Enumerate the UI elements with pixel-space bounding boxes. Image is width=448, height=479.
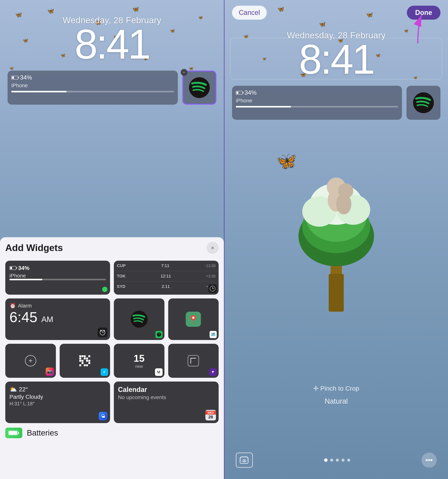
qr-icon xyxy=(79,355,90,366)
widget-row-4: ⛅ 22° Partly Cloudy H:31° L:18° 🌤 Calend… xyxy=(5,382,219,423)
widget-alarm-sheet[interactable]: ⏰ Alarm 6:45 AM xyxy=(5,299,110,340)
remove-badge[interactable]: − xyxy=(181,69,187,76)
alarm-app-icon xyxy=(98,327,107,337)
more-button[interactable]: ••• xyxy=(422,452,437,468)
add-widgets-sheet: Add Widgets × 34% iPhone xyxy=(0,237,224,479)
sheet-title: Add Widgets xyxy=(5,242,63,253)
batteries-row: Batteries xyxy=(5,428,219,438)
widget-weather-sheet[interactable]: ⛅ 22° Partly Cloudy H:31° L:18° 🌤 xyxy=(5,382,110,423)
battery-lbl-sheet: iPhone xyxy=(9,273,106,279)
scan-icon xyxy=(188,355,199,366)
widget-clock-sheet[interactable]: CUP 7:11 -13:30 TOK 12:11 +3:30 SYD 2:11… xyxy=(114,261,219,295)
battery-bar-left xyxy=(11,91,174,92)
alarm-title-sheet: Alarm xyxy=(18,303,32,309)
battery-icon-right xyxy=(236,91,243,95)
svg-rect-16 xyxy=(9,431,17,435)
phonepe-badge: ₱ xyxy=(209,368,217,376)
right-panel: 🦋 🦋 🦋 🦋 🦋 🦋 🦋 🦋 🦋 🦋 🦋 Cancel Done Wednes… xyxy=(224,0,448,479)
battery-widget-right[interactable]: 34% iPhone xyxy=(232,86,402,120)
spotify-badge xyxy=(155,331,163,338)
battery-bar-right xyxy=(236,106,398,107)
maps-badge: 🗺️ xyxy=(210,331,217,338)
sheet-header: Add Widgets × xyxy=(5,242,219,254)
dot-3 xyxy=(336,459,339,462)
clock-app-icon xyxy=(208,285,217,293)
widget-spotify-small-sheet[interactable] xyxy=(114,299,165,340)
widget-battery-sheet[interactable]: 34% iPhone xyxy=(5,261,110,295)
weather-condition: Partly Cloudy xyxy=(9,394,106,400)
right-bottom-bar: ••• xyxy=(224,452,448,468)
spotify-widget-wrapper: − xyxy=(182,71,216,105)
left-panel: 🦋 🦋 🦋 🦋 🦋 🦋 🦋 🦋 🦋 🦋 🦋 🦋 Wednesday, 28 Fe… xyxy=(0,0,224,479)
pinch-to-crop: ✛ Pinch to Crop xyxy=(224,385,448,392)
dot-2 xyxy=(330,459,333,462)
page-dots xyxy=(324,459,350,462)
svg-point-34 xyxy=(244,460,245,461)
battery-percent-right: 34% xyxy=(244,89,257,96)
battery-icon-sheet xyxy=(9,266,16,270)
calendar-badge: WED 28 xyxy=(205,410,216,420)
widget-plus-instagram[interactable]: + 📷 xyxy=(5,344,56,378)
battery-icon-left xyxy=(11,76,18,80)
widgets-row-left: 34% iPhone − xyxy=(0,71,224,105)
cancel-button[interactable]: Cancel xyxy=(232,6,267,20)
gmail-badge: M xyxy=(155,368,163,376)
maps-icon xyxy=(186,312,201,327)
svg-point-10 xyxy=(157,333,161,337)
widget-maps-small-sheet[interactable]: 🗺️ xyxy=(168,299,219,340)
svg-rect-15 xyxy=(18,432,19,434)
svg-point-18 xyxy=(413,92,434,113)
alarm-icon-sheet: ⏰ xyxy=(9,303,16,309)
widget-calendar-sheet[interactable]: Calendar No upcoming events WED 28 xyxy=(114,382,219,423)
battery-label-right: iPhone xyxy=(236,98,398,104)
spotify-logo-small xyxy=(131,311,148,328)
right-widgets-row: 34% iPhone xyxy=(224,86,448,120)
photo-library-button[interactable] xyxy=(236,452,253,468)
svg-point-0 xyxy=(189,77,210,98)
battery-pct-sheet: 34% xyxy=(18,265,29,271)
weather-hi-lo: H:31° L:18° xyxy=(9,401,106,407)
svg-point-30 xyxy=(336,194,351,214)
plus-icon: + xyxy=(25,355,36,366)
dot-4 xyxy=(342,459,344,462)
time-label-right: 8:41 xyxy=(299,39,374,80)
widget-row-2: ⏰ Alarm 6:45 AM xyxy=(5,299,219,340)
alarm-time-sheet: 6:45 AM xyxy=(9,310,106,324)
photo-icon-svg xyxy=(240,456,249,464)
calendar-badge-day: 28 xyxy=(208,415,213,419)
widget-paytm-qr[interactable]: P xyxy=(60,344,110,378)
natural-label: Natural xyxy=(224,397,448,405)
spotify-widget-left[interactable]: − xyxy=(182,71,216,105)
calendar-no-events: No upcoming events xyxy=(118,394,214,400)
big-butterfly: 🦋 xyxy=(276,151,297,171)
instagram-badge: 📷 xyxy=(46,367,54,376)
calendar-badge-header: WED xyxy=(205,411,216,415)
time-label-left: 8:41 xyxy=(75,23,149,65)
batteries-label: Batteries xyxy=(27,428,58,438)
battery-percent-left: 34% xyxy=(20,74,32,81)
battery-widget-left[interactable]: 34% iPhone xyxy=(7,71,178,105)
lockscreen-content-left: Wednesday, 28 February 8:41 34% iPhone xyxy=(0,0,224,105)
artwork-area: 🦋 xyxy=(261,132,412,321)
svg-point-13 xyxy=(192,317,194,319)
sheet-close-button[interactable]: × xyxy=(206,242,219,254)
arrow-indicator xyxy=(407,9,429,47)
spotify-logo-right xyxy=(413,92,434,113)
widget-mail[interactable]: 15 new M xyxy=(114,344,165,378)
more-icon: ••• xyxy=(426,456,433,464)
svg-point-9 xyxy=(131,311,148,328)
widget-row-1: 34% iPhone CUP 7:11 -13:30 TOK 12:11 xyxy=(5,261,219,295)
calendar-title: Calendar xyxy=(118,386,214,394)
spotify-widget-right[interactable] xyxy=(407,86,441,120)
paytm-badge: P xyxy=(101,368,108,376)
weather-app-badge: 🌤 xyxy=(99,412,107,420)
weather-main: ⛅ 22° xyxy=(9,386,106,393)
batteries-icon xyxy=(5,428,22,438)
svg-rect-20 xyxy=(329,274,344,312)
dot-5 xyxy=(347,459,350,462)
pinch-label: ✛ Pinch to Crop xyxy=(313,385,359,392)
spotify-logo xyxy=(189,77,210,98)
widget-row-3: + 📷 P 15 new M xyxy=(5,344,219,378)
battery-label-left: iPhone xyxy=(11,83,174,89)
widget-phonepe-scan[interactable]: ₱ xyxy=(168,344,219,378)
